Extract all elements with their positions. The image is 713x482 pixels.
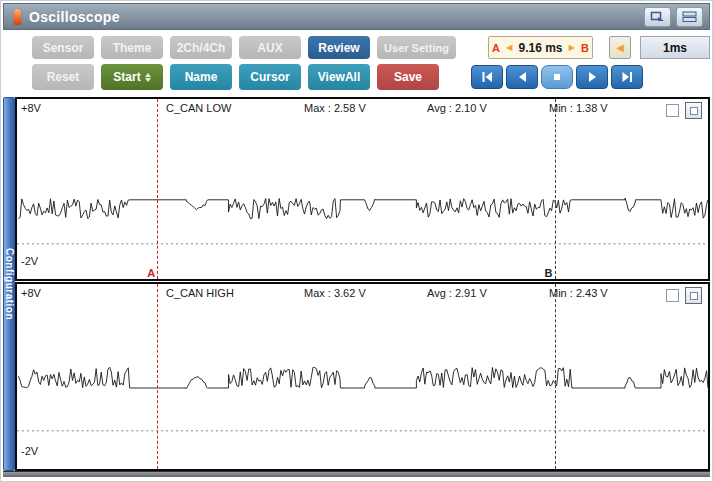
timebase-value-field[interactable]: 1ms — [640, 36, 710, 59]
save-button[interactable]: Save — [377, 64, 439, 90]
stop-button[interactable] — [541, 65, 573, 89]
viewall-button[interactable]: ViewAll — [308, 64, 370, 90]
cursor-a-line[interactable] — [157, 284, 158, 469]
channel-can-high: +8V C_CAN HIGH Max : 3.62 V Avg : 2.91 V… — [15, 282, 710, 471]
cursor-button[interactable]: Cursor — [239, 64, 301, 90]
stop-icon — [550, 71, 564, 83]
can-high-waveform — [17, 284, 708, 469]
cursor-b-right-arrow-icon[interactable]: ▶ — [569, 44, 575, 52]
avg-readout: Avg : 2.91 V — [427, 287, 487, 299]
max-readout: Max : 3.62 V — [304, 287, 366, 299]
theme-button[interactable]: Theme — [101, 36, 163, 59]
restore-window-button[interactable] — [644, 7, 671, 27]
user-setting-button[interactable]: User Setting — [377, 36, 456, 59]
volt-top-label: +8V — [21, 102, 41, 114]
start-button[interactable]: Start — [101, 64, 163, 90]
cursor-b-marker: B — [581, 42, 589, 54]
channel-can-low: +8V C_CAN LOW Max : 2.58 V Avg : 2.10 V … — [15, 97, 710, 281]
restore-window-icon — [650, 11, 665, 23]
ab-time-display: A ◀ 9.16 ms ▶ B — [488, 36, 593, 59]
cursor-b-label: B — [545, 267, 553, 279]
cursor-b-line[interactable] — [555, 284, 556, 469]
channel-display-options — [666, 287, 702, 304]
window-list-button[interactable] — [676, 7, 703, 27]
toolbar-row-1: Sensor Theme 2Ch/4Ch AUX Review User Set… — [32, 36, 713, 59]
titlebar: Oscilloscope — [3, 3, 710, 30]
left-arrow-icon: ◀ — [616, 42, 624, 53]
expand-icon — [690, 107, 698, 115]
avg-readout: Avg : 2.10 V — [427, 102, 487, 114]
window-controls — [644, 7, 703, 27]
channel-name: C_CAN LOW — [166, 102, 231, 114]
volt-bottom-label: -2V — [21, 445, 38, 457]
skip-end-button[interactable] — [611, 65, 643, 89]
cursor-a-label: A — [147, 267, 155, 279]
min-readout: Min : 1.38 V — [549, 102, 608, 114]
channel-expand-button[interactable] — [685, 102, 702, 119]
volt-top-label: +8V — [21, 287, 41, 299]
start-button-label: Start — [113, 70, 140, 84]
min-readout: Min : 2.43 V — [549, 287, 608, 299]
playback-controls — [471, 65, 643, 89]
scope-content: Configuration +8V C_CAN LOW Max : 2.58 V… — [3, 97, 710, 471]
reset-button[interactable]: Reset — [32, 64, 94, 90]
toolbar: Sensor Theme 2Ch/4Ch AUX Review User Set… — [3, 30, 710, 97]
can-low-waveform — [17, 99, 708, 279]
channel-select-checkbox[interactable] — [666, 104, 679, 117]
sensor-button[interactable]: Sensor — [32, 36, 94, 59]
channel-stack: +8V C_CAN LOW Max : 2.58 V Avg : 2.10 V … — [15, 97, 710, 471]
window-bottom-edge — [3, 471, 710, 477]
waveform-trace — [18, 198, 708, 219]
channel-select-checkbox[interactable] — [666, 289, 679, 302]
configuration-tab[interactable]: Configuration — [3, 97, 15, 471]
ab-time-value: 9.16 ms — [518, 41, 562, 55]
step-back-button[interactable] — [506, 65, 538, 89]
expand-icon — [690, 292, 698, 300]
skip-start-icon — [480, 71, 494, 83]
waveform-trace — [18, 367, 708, 388]
channel-display-options — [666, 102, 702, 119]
skip-start-button[interactable] — [471, 65, 503, 89]
oscilloscope-window: Oscilloscope Sensor Theme 2Ch/4Ch AUX — [0, 0, 713, 482]
channel-mode-button[interactable]: 2Ch/4Ch — [170, 36, 232, 59]
aux-button[interactable]: AUX — [239, 36, 301, 59]
timebase-decrease-button[interactable]: ◀ — [609, 36, 631, 59]
channel-name: C_CAN HIGH — [166, 287, 234, 299]
window-title: Oscilloscope — [29, 9, 120, 25]
play-icon — [585, 71, 599, 83]
app-icon — [14, 9, 21, 25]
name-button[interactable]: Name — [170, 64, 232, 90]
channel-expand-button[interactable] — [685, 287, 702, 304]
cursor-a-marker: A — [492, 42, 500, 54]
play-button[interactable] — [576, 65, 608, 89]
step-back-icon — [515, 71, 529, 83]
cursor-a-line[interactable] — [157, 99, 158, 279]
start-spinner-icon — [145, 73, 151, 82]
window-list-icon — [682, 11, 697, 23]
cursor-b-line[interactable] — [555, 99, 556, 279]
max-readout: Max : 2.58 V — [304, 102, 366, 114]
skip-end-icon — [620, 71, 634, 83]
toolbar-row-2: Reset Start Name Cursor ViewAll Save — [32, 64, 643, 90]
cursor-a-left-arrow-icon[interactable]: ◀ — [506, 44, 512, 52]
review-button[interactable]: Review — [308, 36, 370, 59]
volt-bottom-label: -2V — [21, 255, 38, 267]
